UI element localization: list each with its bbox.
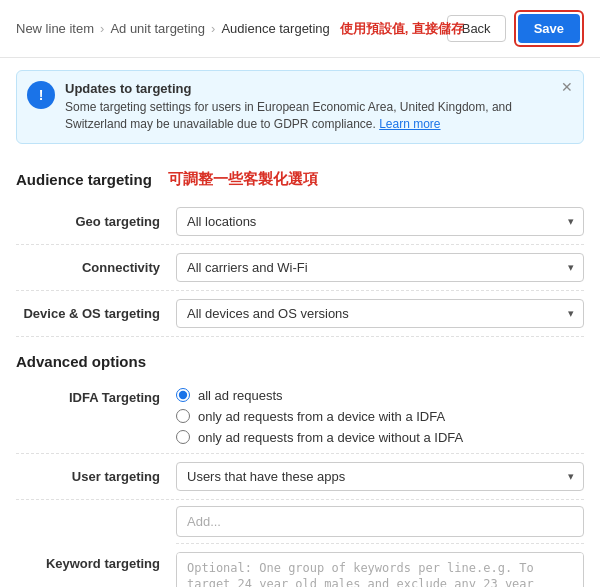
advanced-options-title: Advanced options [16, 353, 584, 370]
user-targeting-row: User targeting Users that have these app… [16, 454, 584, 500]
breadcrumb-step1: New line item [16, 21, 94, 36]
device-os-select[interactable]: All devices and OS versions iOS only And… [176, 299, 584, 328]
idfa-option-with[interactable]: only ad requests from a device with a ID… [176, 409, 584, 424]
breadcrumb-step2: Ad unit targeting [110, 21, 205, 36]
header-annotation: 使用預設值, 直接儲存 [340, 20, 464, 38]
notice-icon: ! [27, 81, 55, 109]
idfa-option-without[interactable]: only ad requests from a device without a… [176, 430, 584, 445]
audience-targeting-title: Audience targeting [16, 171, 152, 188]
notice-icon-symbol: ! [39, 87, 44, 103]
idfa-radio-all[interactable] [176, 388, 190, 402]
device-os-label: Device & OS targeting [16, 306, 176, 321]
save-button-wrapper: Save [514, 10, 584, 47]
connectivity-row: Connectivity All carriers and Wi-Fi Wi-F… [16, 245, 584, 291]
geo-targeting-row: Geo targeting All locations United State… [16, 199, 584, 245]
user-targeting-select-wrapper: Users that have these apps All users ▾ [176, 462, 584, 491]
notice-body: Some targeting settings for users in Eur… [65, 99, 569, 133]
device-os-control: All devices and OS versions iOS only And… [176, 299, 584, 328]
connectivity-select[interactable]: All carriers and Wi-Fi Wi-Fi only Carrie… [176, 253, 584, 282]
section-header: Audience targeting 可調整一些客製化選項 [16, 170, 584, 189]
notice-body-text: Some targeting settings for users in Eur… [65, 100, 512, 131]
breadcrumb-step3: Audience targeting [221, 21, 329, 36]
keyword-targeting-row: Keyword targeting [16, 544, 584, 587]
user-targeting-select[interactable]: Users that have these apps All users [176, 462, 584, 491]
idfa-targeting-row: IDFA Targeting all ad requests only ad r… [16, 380, 584, 454]
notice-banner: ! Updates to targeting Some targeting se… [16, 70, 584, 144]
idfa-option-without-label: only ad requests from a device without a… [198, 430, 463, 445]
idfa-targeting-label: IDFA Targeting [16, 388, 176, 405]
breadcrumb-sep2: › [211, 21, 215, 36]
device-os-row: Device & OS targeting All devices and OS… [16, 291, 584, 337]
save-button[interactable]: Save [518, 14, 580, 43]
audience-targeting-annotation: 可調整一些客製化選項 [168, 170, 318, 189]
geo-targeting-label: Geo targeting [16, 214, 176, 229]
keyword-targeting-label: Keyword targeting [16, 552, 176, 571]
add-input[interactable] [176, 506, 584, 537]
keyword-targeting-textarea[interactable] [176, 552, 584, 587]
header: New line item › Ad unit targeting › Audi… [0, 0, 600, 58]
idfa-option-all[interactable]: all ad requests [176, 388, 584, 403]
notice-close-button[interactable]: ✕ [561, 79, 573, 95]
notice-learn-more[interactable]: Learn more [379, 117, 440, 131]
notice-content: Updates to targeting Some targeting sett… [65, 81, 569, 133]
idfa-radio-with[interactable] [176, 409, 190, 423]
user-targeting-label: User targeting [16, 469, 176, 484]
connectivity-label: Connectivity [16, 260, 176, 275]
geo-targeting-select-wrapper: All locations United States United Kingd… [176, 207, 584, 236]
add-input-row [176, 500, 584, 544]
header-actions: 使用預設值, 直接儲存 Back Save [447, 10, 584, 47]
connectivity-select-wrapper: All carriers and Wi-Fi Wi-Fi only Carrie… [176, 253, 584, 282]
advanced-options-section: Advanced options IDFA Targeting all ad r… [0, 343, 600, 587]
geo-targeting-control: All locations United States United Kingd… [176, 207, 584, 236]
breadcrumb: New line item › Ad unit targeting › Audi… [16, 21, 330, 36]
notice-title: Updates to targeting [65, 81, 569, 96]
connectivity-control: All carriers and Wi-Fi Wi-Fi only Carrie… [176, 253, 584, 282]
idfa-option-with-label: only ad requests from a device with a ID… [198, 409, 445, 424]
audience-targeting-section: Audience targeting 可調整一些客製化選項 Geo target… [0, 156, 600, 343]
user-targeting-control: Users that have these apps All users ▾ [176, 462, 584, 491]
idfa-options: all ad requests only ad requests from a … [176, 388, 584, 445]
geo-targeting-select[interactable]: All locations United States United Kingd… [176, 207, 584, 236]
device-os-select-wrapper: All devices and OS versions iOS only And… [176, 299, 584, 328]
breadcrumb-sep1: › [100, 21, 104, 36]
idfa-radio-without[interactable] [176, 430, 190, 444]
idfa-option-all-label: all ad requests [198, 388, 283, 403]
